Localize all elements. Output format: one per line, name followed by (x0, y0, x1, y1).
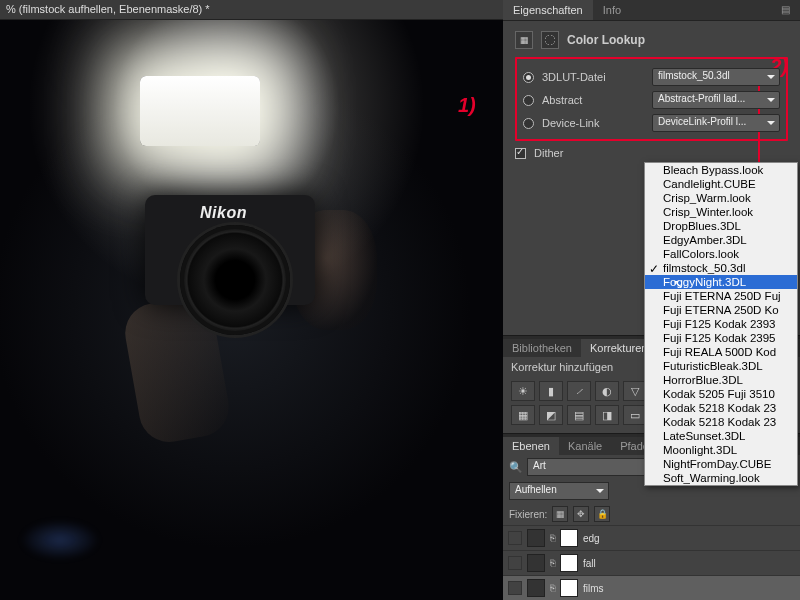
lut-menu-item[interactable]: LateSunset.3DL (645, 429, 797, 443)
layer-name[interactable]: fall (583, 558, 596, 569)
lut-menu-item[interactable]: filmstock_50.3dl (645, 261, 797, 275)
dropdown-abstract[interactable]: Abstract-Profil lad... (652, 91, 780, 109)
tab-properties[interactable]: Eigenschaften (503, 0, 593, 20)
mask-icon[interactable] (541, 31, 559, 49)
link-icon[interactable]: ⎘ (550, 558, 555, 568)
adj-brightness-icon[interactable]: ☀ (511, 381, 535, 401)
lut-menu-item[interactable]: Fuji REALA 500D Kod (645, 345, 797, 359)
layer-row[interactable]: ⎘ films (503, 575, 800, 600)
adjustment-thumb-icon (527, 554, 545, 572)
adj-exposure-icon[interactable]: ◐ (595, 381, 619, 401)
dropdown-devicelink[interactable]: DeviceLink-Profil l... (652, 114, 780, 132)
tab-channels[interactable]: Kanäle (559, 437, 611, 455)
lut-menu-item[interactable]: Fuji F125 Kodak 2395 (645, 331, 797, 345)
tab-info[interactable]: Info (593, 0, 631, 20)
layer-name[interactable]: edg (583, 533, 600, 544)
visibility-toggle[interactable] (508, 556, 522, 570)
adj-lookup-icon[interactable]: ▦ (511, 405, 535, 425)
lut-menu-item[interactable]: FallColors.look (645, 247, 797, 261)
lut-menu-item[interactable]: Fuji ETERNA 250D Fuj (645, 289, 797, 303)
lut-menu-item[interactable]: FuturisticBleak.3DL (645, 359, 797, 373)
layer-row[interactable]: ⎘ edg (503, 525, 800, 550)
layer-row[interactable]: ⎘ fall (503, 550, 800, 575)
lut-menu-item[interactable]: Bleach Bypass.look (645, 163, 797, 177)
lock-pixels-icon[interactable]: ▦ (552, 506, 568, 522)
lut-menu-item[interactable]: Soft_Warming.look (645, 471, 797, 485)
visibility-toggle[interactable] (508, 531, 522, 545)
label-dither: Dither (534, 147, 563, 159)
canvas[interactable]: Nikon (0, 20, 503, 600)
adjustment-thumb-icon (527, 529, 545, 547)
adj-threshold-icon[interactable]: ◨ (595, 405, 619, 425)
adj-levels-icon[interactable]: ▮ (539, 381, 563, 401)
lut-menu-item[interactable]: EdgyAmber.3DL (645, 233, 797, 247)
link-icon[interactable]: ⎘ (550, 583, 555, 593)
lut-dropdown-menu[interactable]: Bleach Bypass.lookCandlelight.CUBECrisp_… (644, 162, 798, 486)
layer-name[interactable]: films (583, 583, 604, 594)
lut-menu-item[interactable]: Candlelight.CUBE (645, 177, 797, 191)
radio-abstract[interactable] (523, 95, 534, 106)
mask-thumb[interactable] (560, 529, 578, 547)
lens-flare (20, 520, 100, 560)
label-3dlut: 3DLUT-Datei (542, 71, 606, 83)
tab-libraries[interactable]: Bibliotheken (503, 339, 581, 357)
adjustment-thumb-icon (527, 579, 545, 597)
blend-mode-dropdown[interactable]: Aufhellen (509, 482, 609, 500)
lut-menu-item[interactable]: Kodak 5218 Kodak 23 (645, 415, 797, 429)
properties-tabs: Eigenschaften Info ▤ (503, 0, 800, 21)
lut-radio-group: 3DLUT-Datei filmstock_50.3dl Abstract Ab… (515, 57, 788, 141)
camera-lens (180, 225, 290, 335)
mask-thumb[interactable] (560, 579, 578, 597)
checkbox-dither[interactable] (515, 148, 526, 159)
adj-invert-icon[interactable]: ◩ (539, 405, 563, 425)
lut-menu-item[interactable]: Fuji ETERNA 250D Ko (645, 303, 797, 317)
lock-all-icon[interactable]: 🔒 (594, 506, 610, 522)
label-abstract: Abstract (542, 94, 582, 106)
label-devicelink: Device-Link (542, 117, 599, 129)
radio-3dlut[interactable] (523, 72, 534, 83)
lut-menu-item[interactable]: Crisp_Winter.look (645, 205, 797, 219)
lut-menu-item[interactable]: Moonlight.3DL (645, 443, 797, 457)
tab-layers[interactable]: Ebenen (503, 437, 559, 455)
lut-menu-item[interactable]: Kodak 5218 Kodak 23 (645, 401, 797, 415)
link-icon[interactable]: ⎘ (550, 533, 555, 543)
panel-menu-icon[interactable]: ▤ (771, 0, 800, 20)
lut-menu-item[interactable]: FoggyNight.3DL↖ (645, 275, 797, 289)
mask-thumb[interactable] (560, 554, 578, 572)
lut-menu-item[interactable]: DropBlues.3DL (645, 219, 797, 233)
grid-icon[interactable]: ▦ (515, 31, 533, 49)
dropdown-3dlut[interactable]: filmstock_50.3dl (652, 68, 780, 86)
lut-menu-item[interactable]: Crisp_Warm.look (645, 191, 797, 205)
color-lookup-header: ▦ Color Lookup (515, 31, 788, 49)
photo: Nikon (0, 20, 503, 600)
lut-menu-item[interactable]: Kodak 5205 Fuji 3510 (645, 387, 797, 401)
properties-panel: 2) ▦ Color Lookup 3DLUT-Datei filmstock_… (503, 21, 800, 178)
lut-menu-item[interactable]: Fuji F125 Kodak 2393 (645, 317, 797, 331)
visibility-toggle[interactable] (508, 581, 522, 595)
camera-brand-label: Nikon (200, 204, 247, 222)
lut-menu-item[interactable]: NightFromDay.CUBE (645, 457, 797, 471)
radio-devicelink[interactable] (523, 118, 534, 129)
properties-title: Color Lookup (567, 33, 645, 47)
lock-position-icon[interactable]: ✥ (573, 506, 589, 522)
lut-menu-item[interactable]: HorrorBlue.3DL (645, 373, 797, 387)
flash-unit (140, 76, 260, 146)
lock-label: Fixieren: (509, 509, 547, 520)
adj-curves-icon[interactable]: ⟋ (567, 381, 591, 401)
adj-poster-icon[interactable]: ▤ (567, 405, 591, 425)
